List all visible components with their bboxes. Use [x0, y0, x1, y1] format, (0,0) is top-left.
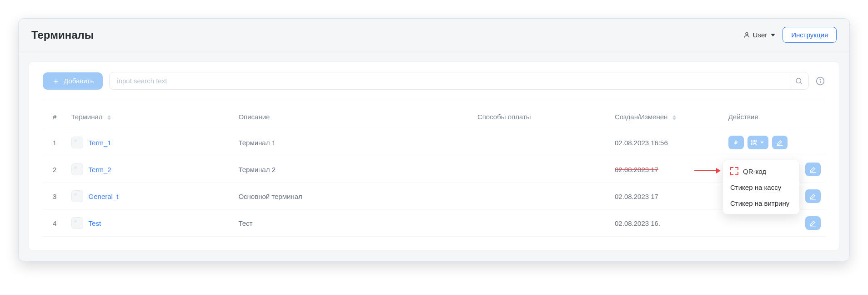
panel-header: Терминалы User Инструкция — [19, 19, 849, 51]
terminal-thumb-icon — [71, 137, 83, 148]
row-date: 02.08.2023 16. — [610, 210, 724, 237]
terminal-thumb-icon — [71, 217, 83, 229]
column-num: # — [43, 105, 67, 129]
page-title: Терминалы — [31, 29, 94, 41]
search-wrap — [109, 72, 809, 90]
add-button-label: Добавить — [64, 77, 94, 85]
qr-action-button[interactable] — [748, 136, 768, 149]
terminal-link[interactable]: Term_2 — [89, 166, 111, 173]
terminals-table: # Терминал Описание Способы оплаты Созда… — [43, 105, 825, 237]
row-description: Терминал 2 — [234, 156, 472, 183]
toolbar: ＋ Добавить — [43, 72, 825, 100]
caret-down-icon — [771, 34, 775, 36]
column-payment: Способы оплаты — [473, 105, 610, 129]
user-icon — [743, 31, 750, 38]
search-input[interactable] — [109, 72, 809, 90]
row-number: 4 — [43, 210, 67, 237]
row-payment — [473, 156, 610, 183]
column-description: Описание — [234, 105, 472, 129]
instructions-button[interactable]: Инструкция — [783, 27, 837, 43]
edit-action-button[interactable] — [805, 189, 821, 203]
row-date: 02.08.2023 16:56 — [610, 129, 724, 156]
user-menu[interactable]: User — [743, 31, 776, 39]
edit-action-button[interactable] — [772, 136, 788, 149]
content-area: ＋ Добавить # — [29, 61, 839, 251]
column-terminal[interactable]: Терминал — [67, 105, 234, 129]
row-number: 3 — [43, 183, 67, 210]
dropdown-item[interactable]: Стикер на витрину — [723, 195, 799, 211]
row-payment — [473, 129, 610, 156]
row-payment — [473, 183, 610, 210]
svg-rect-6 — [751, 140, 753, 142]
terminal-link[interactable]: Term_1 — [89, 139, 111, 147]
search-icon — [795, 77, 803, 85]
actions-cell: ₽ — [728, 136, 821, 149]
search-button[interactable] — [791, 73, 806, 89]
row-description: Тест — [234, 210, 472, 237]
terminal-thumb-icon — [71, 190, 83, 202]
svg-point-0 — [746, 33, 748, 35]
annotation-arrow — [693, 166, 721, 177]
qr-dropdown-menu: QR-кодСтикер на кассуСтикер на витрину — [722, 160, 800, 214]
user-label: User — [753, 31, 768, 39]
row-description: Терминал 1 — [234, 129, 472, 156]
payment-action-button[interactable]: ₽ — [728, 136, 744, 149]
row-date: 02.08.2023 17 — [610, 183, 724, 210]
info-icon — [816, 76, 825, 86]
add-button[interactable]: ＋ Добавить — [43, 72, 103, 90]
terminal-thumb-icon — [71, 163, 83, 175]
row-number: 2 — [43, 156, 67, 183]
qr-frame-icon — [730, 167, 738, 175]
plus-icon: ＋ — [52, 77, 60, 85]
svg-point-1 — [796, 78, 801, 83]
dropdown-item[interactable]: QR-код — [723, 163, 799, 179]
row-description: Основной терминал — [234, 183, 472, 210]
row-number: 1 — [43, 129, 67, 156]
actions-cell — [728, 216, 821, 230]
sort-icon — [672, 115, 676, 120]
edit-action-button[interactable] — [805, 216, 821, 230]
svg-text:₽: ₽ — [734, 140, 738, 145]
table-row: 4 Test Тест 02.08.2023 16. — [43, 210, 825, 237]
row-payment — [473, 210, 610, 237]
terminal-link[interactable]: Test — [89, 219, 101, 227]
column-date[interactable]: Создан/Изменен — [610, 105, 724, 129]
svg-rect-7 — [754, 140, 756, 142]
table-row: 1 Term_1 Терминал 1 02.08.2023 16:56 ₽ — [43, 129, 825, 156]
table-row: 2 Term_2 Терминал 2 02.08.2023 17 QR-код… — [43, 156, 825, 183]
dropdown-item[interactable]: Стикер на кассу — [723, 179, 799, 195]
edit-action-button[interactable] — [805, 163, 821, 176]
sort-icon — [107, 115, 111, 120]
main-panel: Терминалы User Инструкция ＋ Добавить — [18, 18, 850, 261]
info-button[interactable] — [815, 76, 825, 86]
table-row: 3 General_t Основной терминал 02.08.2023… — [43, 183, 825, 210]
svg-marker-10 — [716, 168, 721, 173]
terminal-link[interactable]: General_t — [89, 193, 119, 200]
column-actions: Действия — [724, 105, 825, 129]
header-right: User Инструкция — [743, 27, 837, 43]
actions-cell: QR-кодСтикер на кассуСтикер на витрину — [728, 163, 821, 176]
svg-point-4 — [820, 79, 820, 79]
svg-rect-8 — [751, 143, 753, 145]
